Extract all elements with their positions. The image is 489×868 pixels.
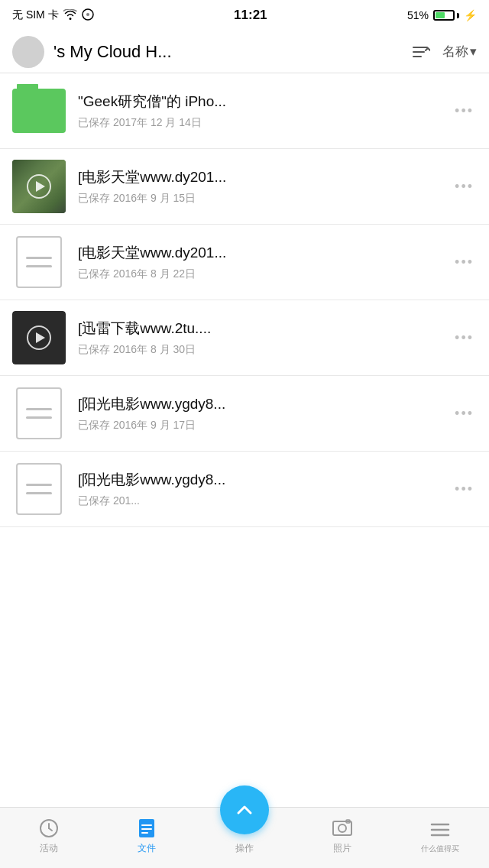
more-button[interactable]: ••• — [452, 475, 477, 504]
carrier-label: 无 SIM 卡 — [12, 8, 59, 22]
file-name: [电影天堂www.dy201... — [78, 167, 442, 187]
header-right: 名称 ▾ — [410, 42, 477, 62]
file-name: "Geek研究僧"的 iPho... — [78, 92, 442, 112]
file-name: [电影天堂www.dy201... — [78, 243, 442, 263]
more-button[interactable]: ••• — [452, 97, 477, 125]
file-info: "Geek研究僧"的 iPho... 已保存 2017年 12 月 14日 — [78, 92, 442, 130]
nav-label-activity: 活动 — [40, 842, 58, 855]
nav-label-photos: 照片 — [333, 842, 351, 855]
sort-button[interactable] — [410, 42, 430, 62]
list-item[interactable]: [电影天堂www.dy201... 已保存 2016年 8 月 22日 ••• — [0, 225, 489, 300]
file-info: [阳光电影www.ygdy8... 已保存 2016年 9 月 17日 — [78, 394, 442, 432]
file-info: [电影天堂www.dy201... 已保存 2016年 9 月 15日 — [78, 167, 442, 206]
more-button[interactable]: ••• — [452, 173, 477, 201]
list-item[interactable]: [阳光电影www.ygdy8... 已保存 2016年 9 月 17日 ••• — [0, 376, 489, 452]
file-name: [阳光电影www.ygdy8... — [78, 394, 442, 414]
battery-pct: 51% — [407, 9, 429, 21]
file-info: [电影天堂www.dy201... 已保存 2016年 8 月 22日 — [78, 243, 442, 281]
status-right: 51% ⚡ — [407, 9, 477, 21]
nav-item-photos[interactable]: 照片 — [293, 818, 391, 855]
file-thumbnail — [12, 387, 66, 440]
file-thumbnail — [12, 311, 66, 364]
status-bar: 无 SIM 卡 11:21 51% ⚡ — [0, 0, 489, 31]
more-button[interactable]: ••• — [452, 400, 477, 428]
file-date: 已保存 2016年 8 月 30日 — [78, 343, 442, 357]
photo-icon — [332, 818, 353, 839]
svg-line-7 — [49, 828, 52, 831]
file-thumbnail — [12, 160, 66, 213]
file-thumbnail — [12, 462, 66, 516]
file-date: 已保存 201... — [78, 494, 442, 508]
list-item[interactable]: [迅雷下载www.2tu.... 已保存 2016年 8 月 30日 ••• — [0, 300, 489, 376]
sort-name-button[interactable]: 名称 ▾ — [442, 43, 477, 60]
file-date: 已保存 2016年 8 月 22日 — [78, 267, 442, 281]
battery-icon — [433, 10, 459, 21]
svg-point-1 — [86, 13, 89, 16]
status-left: 无 SIM 卡 — [12, 8, 94, 23]
nav-item-more[interactable]: 什么值得买 — [391, 819, 489, 854]
svg-point-13 — [338, 824, 346, 832]
list-item[interactable]: "Geek研究僧"的 iPho... 已保存 2017年 12 月 14日 ••… — [0, 73, 489, 149]
charging-icon: ⚡ — [464, 9, 477, 21]
file-date: 已保存 2016年 9 月 17日 — [78, 419, 442, 432]
activity-icon — [82, 8, 94, 23]
file-icon — [136, 818, 157, 839]
more-button[interactable]: ••• — [452, 248, 477, 277]
nav-label-files: 文件 — [138, 842, 156, 855]
wifi-icon — [63, 9, 77, 22]
file-list: "Geek研究僧"的 iPho... 已保存 2017年 12 月 14日 ••… — [0, 73, 489, 594]
menu-icon — [429, 819, 451, 840]
status-time: 11:21 — [234, 8, 267, 23]
file-info: [阳光电影www.ygdy8... 已保存 201... — [78, 470, 442, 508]
file-info: [迅雷下载www.2tu.... 已保存 2016年 8 月 30日 — [78, 319, 442, 357]
nav-item-activity[interactable]: 活动 — [0, 818, 98, 855]
nav-item-files[interactable]: 文件 — [98, 818, 196, 855]
header-title: 's My Cloud H... — [53, 42, 172, 62]
file-name: [迅雷下载www.2tu.... — [78, 319, 442, 338]
nav-label-more: 什么值得买 — [421, 844, 459, 854]
header: 's My Cloud H... 名称 ▾ — [0, 31, 489, 73]
more-button[interactable]: ••• — [452, 324, 477, 352]
list-item[interactable]: [电影天堂www.dy201... 已保存 2016年 9 月 15日 ••• — [0, 149, 489, 225]
list-item[interactable]: [阳光电影www.ygdy8... 已保存 201... ••• — [0, 452, 489, 527]
header-left: 's My Cloud H... — [12, 36, 172, 68]
avatar[interactable] — [12, 36, 44, 68]
fab-button[interactable] — [220, 785, 269, 834]
nav-label-operations: 操作 — [235, 842, 254, 855]
file-date: 已保存 2017年 12 月 14日 — [78, 116, 442, 130]
clock-icon — [38, 818, 60, 839]
file-thumbnail — [12, 84, 66, 138]
file-name: [阳光电影www.ygdy8... — [78, 470, 442, 490]
file-thumbnail — [12, 235, 66, 289]
file-date: 已保存 2016年 9 月 15日 — [78, 192, 442, 206]
